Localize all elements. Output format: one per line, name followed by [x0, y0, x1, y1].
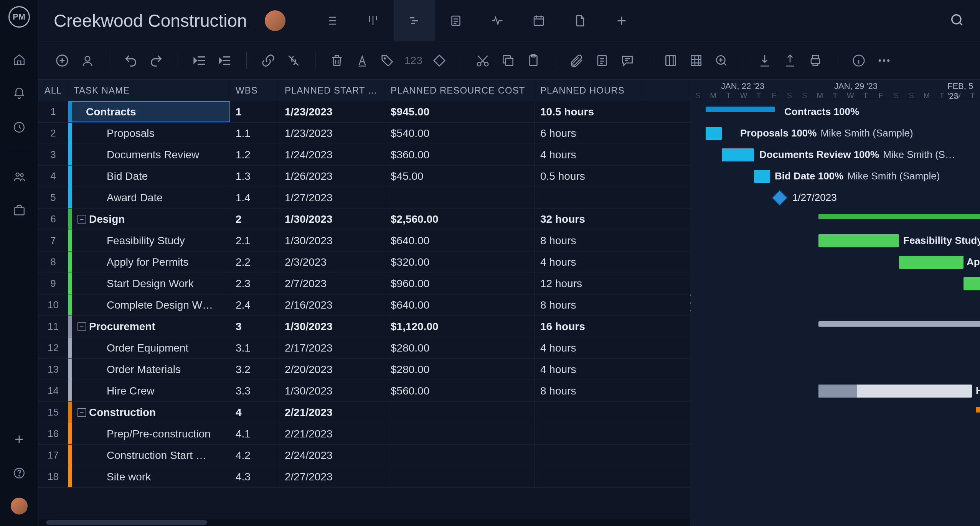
cut-icon[interactable] [474, 52, 491, 69]
cell-start[interactable]: 2/27/2023 [279, 466, 385, 487]
gantt-summary-bar[interactable] [706, 107, 775, 112]
cell-task-name[interactable]: Prep/Pre-construction [68, 423, 230, 444]
cell-start[interactable]: 1/24/2023 [279, 144, 385, 165]
redo-icon[interactable] [148, 52, 165, 69]
cell-start[interactable]: 1/27/2023 [279, 187, 385, 208]
cell-task-name[interactable]: Order Materials [68, 359, 230, 380]
cell-wbs[interactable]: 4.3 [230, 466, 279, 487]
cell-task-name[interactable]: Award Date [68, 187, 230, 208]
view-gantt-icon[interactable] [394, 0, 435, 41]
table-row[interactable]: 10Complete Design W…2.42/16/2023$640.008… [38, 294, 690, 316]
cell-wbs[interactable]: 2 [230, 209, 279, 230]
view-add-icon[interactable] [601, 0, 642, 41]
cell-cost[interactable]: $640.00 [385, 230, 535, 251]
cell-wbs[interactable]: 2.1 [230, 230, 279, 251]
cell-cost[interactable]: $540.00 [385, 123, 535, 144]
cell-cost[interactable]: $960.00 [385, 273, 535, 294]
view-file-icon[interactable] [559, 0, 601, 41]
view-sheet-icon[interactable] [435, 0, 477, 41]
cell-hours[interactable] [535, 423, 642, 444]
cell-task-name[interactable]: −Procurement [68, 316, 230, 337]
user-avatar[interactable] [11, 498, 28, 514]
link-icon[interactable] [260, 52, 277, 69]
cell-start[interactable]: 1/30/2023 [279, 380, 385, 401]
add-icon[interactable] [10, 430, 28, 449]
project-avatar[interactable] [265, 10, 285, 31]
gantt-task-bar[interactable] [706, 127, 722, 140]
cell-cost[interactable]: $280.00 [385, 337, 535, 358]
cell-cost[interactable]: $560.00 [385, 380, 535, 401]
attachment-icon[interactable] [568, 52, 585, 69]
collapse-toggle[interactable]: − [78, 215, 86, 224]
assign-icon[interactable] [79, 52, 96, 69]
comment-icon[interactable] [619, 52, 636, 69]
cell-wbs[interactable]: 4 [230, 402, 279, 423]
cell-task-name[interactable]: Contracts [68, 101, 230, 122]
cell-wbs[interactable]: 3.3 [230, 380, 279, 401]
col-cost[interactable]: PLANNED RESOURCE COST [385, 80, 535, 101]
search-icon[interactable] [949, 12, 965, 29]
gantt-summary-bar[interactable] [818, 214, 980, 219]
cell-wbs[interactable]: 2.3 [230, 273, 279, 294]
table-row[interactable]: 7Feasibility Study2.11/30/2023$640.008 h… [38, 230, 690, 251]
export-icon[interactable] [782, 52, 799, 69]
unlink-icon[interactable] [285, 52, 302, 69]
briefcase-icon[interactable] [10, 201, 28, 220]
col-all[interactable]: ALL [38, 80, 68, 101]
cell-hours[interactable] [535, 466, 642, 487]
collapse-toggle[interactable]: − [78, 322, 86, 331]
view-list-icon[interactable] [311, 0, 352, 41]
app-logo[interactable]: PM [8, 6, 30, 28]
table-row[interactable]: 13Order Materials3.22/20/2023$280.004 ho… [38, 359, 690, 380]
cell-hours[interactable]: 4 hours [535, 359, 642, 380]
table-row[interactable]: 18Site work4.32/27/2023 [38, 466, 690, 488]
cell-start[interactable]: 2/3/2023 [279, 251, 385, 273]
gantt-task-bar[interactable] [899, 256, 964, 269]
gantt-milestone[interactable] [772, 190, 788, 206]
cell-task-name[interactable]: −Design [68, 209, 230, 230]
cell-wbs[interactable]: 2.2 [230, 251, 279, 273]
cell-task-name[interactable]: −Construction [68, 402, 230, 423]
columns-icon[interactable] [662, 52, 679, 69]
gantt-summary-bar[interactable] [976, 407, 980, 413]
gantt-summary-bar[interactable] [818, 321, 980, 327]
gantt-chart[interactable]: JAN, 22 '23JAN, 29 '23FEB, 5 '23SMTWTFSS… [690, 80, 980, 526]
cell-hours[interactable]: 4 hours [535, 337, 642, 358]
cell-hours[interactable] [535, 187, 642, 208]
home-icon[interactable] [10, 51, 28, 69]
cell-start[interactable]: 1/23/2023 [279, 101, 385, 122]
collapse-toggle[interactable]: − [78, 408, 86, 417]
cell-wbs[interactable]: 4.2 [230, 445, 279, 466]
cell-task-name[interactable]: Proposals [68, 123, 230, 144]
table-row[interactable]: 5Award Date1.41/27/2023 [38, 187, 690, 209]
outdent-icon[interactable] [191, 52, 208, 69]
col-start[interactable]: PLANNED START … [279, 80, 385, 101]
table-row[interactable]: 16Prep/Pre-construction4.12/21/2023 [38, 423, 690, 445]
cell-cost[interactable]: $2,560.00 [385, 209, 535, 230]
cell-task-name[interactable]: Start Design Work [68, 273, 230, 294]
cell-start[interactable]: 2/7/2023 [279, 273, 385, 294]
gantt-task-bar[interactable] [964, 277, 980, 290]
copy-icon[interactable] [500, 52, 516, 69]
table-row[interactable]: 8Apply for Permits2.22/3/2023$320.004 ho… [38, 251, 690, 273]
cell-start[interactable]: 2/20/2023 [279, 359, 385, 380]
cell-wbs[interactable]: 1.2 [230, 144, 279, 165]
print-icon[interactable] [807, 52, 824, 69]
tag-icon[interactable] [379, 52, 396, 69]
cell-cost[interactable]: $360.00 [385, 144, 535, 165]
cell-cost[interactable]: $640.00 [385, 294, 535, 316]
cell-cost[interactable] [385, 187, 535, 208]
gantt-task-bar[interactable] [754, 170, 770, 183]
cell-cost[interactable] [385, 466, 535, 487]
indent-icon[interactable] [216, 52, 233, 69]
cell-start[interactable]: 1/30/2023 [279, 230, 385, 251]
diamond-icon[interactable] [431, 52, 448, 69]
cell-task-name[interactable]: Order Equipment [68, 337, 230, 358]
table-row[interactable]: 1Contracts11/23/2023$945.0010.5 hours [38, 101, 690, 123]
cell-wbs[interactable]: 3.1 [230, 337, 279, 358]
gantt-task-bar[interactable] [722, 148, 754, 161]
cell-start[interactable]: 1/23/2023 [279, 123, 385, 144]
cell-start[interactable]: 2/16/2023 [279, 294, 385, 316]
cell-cost[interactable] [385, 423, 535, 444]
horizontal-scrollbar[interactable] [38, 519, 690, 526]
